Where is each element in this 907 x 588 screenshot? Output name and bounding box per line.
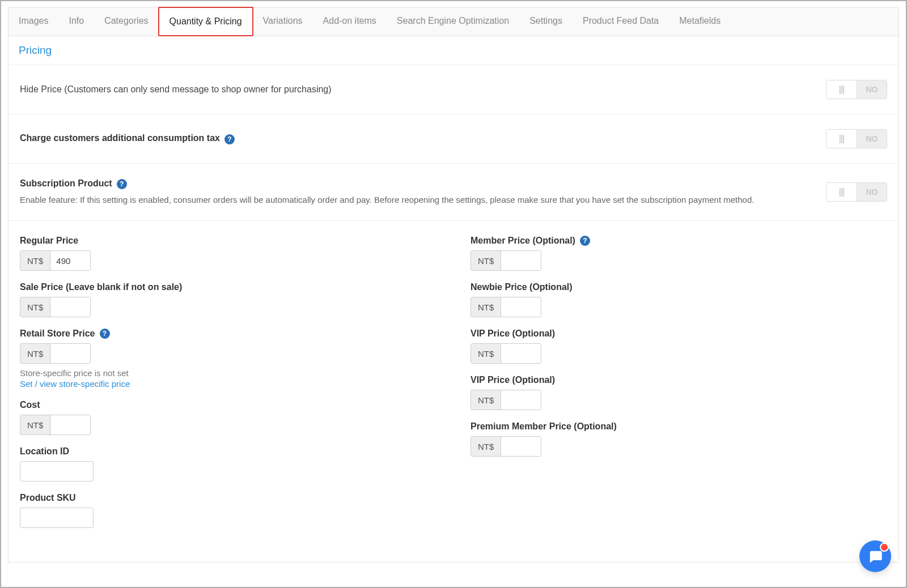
- currency-prefix: NT$: [471, 344, 501, 363]
- tab-categories[interactable]: Categories: [94, 7, 158, 36]
- tab-seo[interactable]: Search Engine Optimization: [387, 7, 519, 36]
- tab-bar: Images Info Categories Quantity & Pricin…: [8, 7, 899, 36]
- tax-label: Charge customers additional consumption …: [20, 133, 220, 143]
- toggle-handle-icon: |||: [827, 183, 857, 201]
- regular-price-field: Regular Price NT$: [20, 236, 436, 271]
- tab-metafields[interactable]: Metafields: [669, 7, 731, 36]
- retail-price-field: Retail Store Price ? NT$ Store-specific …: [20, 329, 436, 389]
- premium-price-label: Premium Member Price (Optional): [471, 421, 887, 432]
- tab-addon-items[interactable]: Add-on items: [313, 7, 387, 36]
- help-icon[interactable]: ?: [100, 329, 110, 339]
- pricing-section: Pricing Hide Price (Customers can only s…: [8, 36, 899, 563]
- location-id-field: Location ID: [20, 446, 436, 482]
- tab-info[interactable]: Info: [58, 7, 94, 36]
- vip-price-2-label: VIP Price (Optional): [471, 375, 887, 385]
- sku-field: Product SKU: [20, 493, 436, 528]
- tab-quantity-pricing[interactable]: Quantity & Pricing: [158, 7, 253, 36]
- subscription-label: Subscription Product: [20, 178, 112, 188]
- currency-prefix: NT$: [471, 437, 501, 456]
- sale-price-field: Sale Price (Leave blank if not on sale) …: [20, 282, 436, 317]
- currency-prefix: NT$: [20, 415, 50, 434]
- premium-price-field: Premium Member Price (Optional) NT$: [471, 421, 887, 457]
- help-icon[interactable]: ?: [580, 236, 590, 246]
- hide-price-row: Hide Price (Customers can only send mess…: [9, 65, 898, 114]
- currency-prefix: NT$: [20, 297, 50, 317]
- hide-price-label: Hide Price (Customers can only send mess…: [20, 84, 332, 94]
- toggle-state: NO: [857, 85, 887, 94]
- help-icon[interactable]: ?: [224, 134, 235, 144]
- newbie-price-label: Newbie Price (Optional): [471, 282, 887, 292]
- right-column: Member Price (Optional) ? NT$ Newbie Pri…: [471, 236, 887, 539]
- section-title: Pricing: [9, 44, 898, 65]
- vip-price-1-input[interactable]: [501, 344, 541, 363]
- currency-prefix: NT$: [20, 251, 50, 270]
- toggle-handle-icon: |||: [827, 130, 857, 148]
- premium-price-input[interactable]: [501, 437, 541, 456]
- sale-price-label: Sale Price (Leave blank if not on sale): [20, 282, 436, 292]
- subscription-toggle[interactable]: ||| NO: [826, 182, 887, 202]
- member-price-field: Member Price (Optional) ? NT$: [471, 236, 887, 271]
- tab-settings[interactable]: Settings: [519, 7, 573, 36]
- currency-prefix: NT$: [20, 344, 50, 363]
- toggle-handle-icon: |||: [827, 80, 857, 99]
- sku-label: Product SKU: [20, 493, 436, 503]
- chat-icon: [867, 548, 883, 564]
- toggle-state: NO: [857, 188, 887, 197]
- cost-label: Cost: [20, 400, 436, 410]
- sale-price-input[interactable]: [50, 297, 90, 317]
- retail-price-input[interactable]: [50, 344, 90, 363]
- member-price-input[interactable]: [501, 251, 541, 270]
- price-fields: Regular Price NT$ Sale Price (Leave blan…: [9, 220, 898, 545]
- product-edit-panel: Images Info Categories Quantity & Pricin…: [0, 0, 907, 588]
- chat-widget-button[interactable]: [859, 540, 891, 572]
- sku-input[interactable]: [20, 508, 94, 528]
- tab-product-feed[interactable]: Product Feed Data: [573, 7, 669, 36]
- newbie-price-field: Newbie Price (Optional) NT$: [471, 282, 887, 317]
- retail-price-label: Retail Store Price: [20, 329, 95, 339]
- tax-toggle[interactable]: ||| NO: [826, 129, 887, 148]
- newbie-price-input[interactable]: [501, 297, 541, 317]
- help-icon[interactable]: ?: [117, 179, 127, 189]
- vip-price-1-label: VIP Price (Optional): [471, 329, 887, 339]
- currency-prefix: NT$: [471, 297, 501, 317]
- retail-price-note: Store-specific price is not set: [20, 368, 436, 378]
- cost-field: Cost NT$: [20, 400, 436, 435]
- left-column: Regular Price NT$ Sale Price (Leave blan…: [20, 236, 436, 539]
- vip-price-1-field: VIP Price (Optional) NT$: [471, 329, 887, 364]
- regular-price-label: Regular Price: [20, 236, 436, 246]
- toggle-state: NO: [857, 134, 887, 143]
- member-price-label: Member Price (Optional): [471, 236, 575, 246]
- location-id-input[interactable]: [20, 461, 94, 482]
- tab-variations[interactable]: Variations: [253, 7, 313, 36]
- cost-input[interactable]: [50, 415, 90, 434]
- vip-price-2-input[interactable]: [501, 390, 541, 410]
- subscription-row: Subscription Product ? Enable feature: I…: [9, 163, 898, 220]
- regular-price-input-group: NT$: [20, 250, 91, 271]
- currency-prefix: NT$: [471, 390, 501, 410]
- tax-row: Charge customers additional consumption …: [9, 114, 898, 163]
- regular-price-input[interactable]: [50, 251, 90, 270]
- hide-price-toggle[interactable]: ||| NO: [826, 80, 887, 99]
- currency-prefix: NT$: [471, 251, 501, 270]
- vip-price-2-field: VIP Price (Optional) NT$: [471, 375, 887, 410]
- tab-images[interactable]: Images: [9, 7, 58, 36]
- location-id-label: Location ID: [20, 446, 436, 457]
- subscription-description: Enable feature: If this setting is enabl…: [20, 194, 809, 206]
- set-store-price-link[interactable]: Set / view store-specific price: [20, 379, 130, 389]
